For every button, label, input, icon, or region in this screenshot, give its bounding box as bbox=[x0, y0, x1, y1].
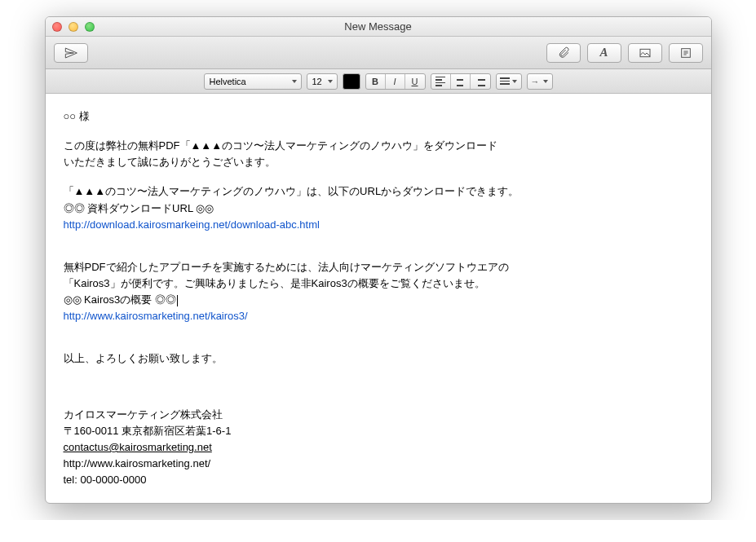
indent-select[interactable]: → bbox=[527, 73, 553, 90]
stationery-icon bbox=[679, 46, 692, 59]
send-button[interactable] bbox=[54, 43, 88, 63]
font-family-label: Helvetica bbox=[210, 77, 246, 86]
svg-rect-0 bbox=[640, 49, 650, 56]
align-center-button[interactable] bbox=[451, 74, 471, 89]
align-right-icon bbox=[475, 77, 485, 86]
product-link[interactable]: http://www.kairosmarketing.net/kairos3/ bbox=[64, 310, 248, 322]
minimize-button[interactable] bbox=[69, 22, 78, 32]
close-button[interactable] bbox=[52, 22, 62, 32]
align-left-button[interactable] bbox=[431, 74, 451, 89]
text-color-picker[interactable] bbox=[343, 73, 360, 90]
message-body[interactable]: ○○ 様 この度は弊社の無料PDF「▲▲▲のコツ〜法人マーケティングのノウハウ」… bbox=[46, 94, 711, 503]
signature-address: 〒160-0011 東京都新宿区若葉1-6-1 bbox=[64, 423, 693, 439]
align-center-icon bbox=[455, 77, 465, 86]
download-link[interactable]: http://download.kairosmarkeing.net/downl… bbox=[64, 218, 320, 231]
titlebar: New Message bbox=[46, 17, 711, 37]
format-bar: Helvetica 12 B I U → bbox=[46, 69, 711, 94]
align-left-icon bbox=[435, 77, 445, 86]
bold-button[interactable]: B bbox=[366, 74, 386, 89]
signature-url: http://www.kairosmarketing.net/ bbox=[64, 456, 693, 472]
underline-button[interactable]: U bbox=[405, 74, 425, 89]
list-style-select[interactable] bbox=[496, 73, 522, 90]
format-button[interactable]: A bbox=[587, 43, 621, 63]
italic-button[interactable]: I bbox=[386, 74, 405, 89]
body-text: いただきまして誠にありがとうございます。 bbox=[64, 154, 693, 170]
main-toolbar: A bbox=[46, 37, 711, 69]
traffic-lights bbox=[52, 22, 95, 32]
font-family-select[interactable]: Helvetica bbox=[204, 73, 302, 90]
body-text: 「Kairos3」が便利です。ご興味ありましたら、是非Kairos3の概要をご覧… bbox=[64, 275, 693, 292]
attach-button[interactable] bbox=[546, 43, 581, 63]
window-title: New Message bbox=[46, 20, 711, 33]
body-text: 無料PDFで紹介したアプローチを実施するためには、法人向けマーケティングソフトウ… bbox=[64, 259, 693, 275]
greeting-line: ○○ 様 bbox=[64, 108, 693, 125]
body-text: ◎◎ Kairos3の概要 ◎◎ bbox=[64, 293, 176, 306]
alignment-group bbox=[431, 73, 491, 90]
text-cursor bbox=[177, 295, 178, 306]
compose-window: New Message A bbox=[45, 16, 712, 504]
image-icon bbox=[639, 46, 652, 59]
arrow-right-icon: → bbox=[531, 77, 540, 86]
font-size-select[interactable]: 12 bbox=[307, 73, 338, 90]
paperclip-icon bbox=[557, 46, 570, 59]
body-text: この度は弊社の無料PDF「▲▲▲のコツ〜法人マーケティングのノウハウ」をダウンロ… bbox=[64, 138, 693, 154]
body-text: ◎◎ 資料ダウンロードURL ◎◎ bbox=[64, 200, 693, 217]
closing-line: 以上、よろしくお願い致します。 bbox=[64, 350, 693, 367]
align-right-button[interactable] bbox=[471, 74, 490, 89]
body-text: 「▲▲▲のコツ〜法人マーケティングのノウハウ」は、以下のURLからダウンロードで… bbox=[64, 183, 693, 200]
signature-company: カイロスマーケティング株式会社 bbox=[64, 407, 693, 423]
format-a-icon: A bbox=[599, 46, 608, 59]
show-stationery-button[interactable] bbox=[669, 43, 703, 63]
text-style-group: B I U bbox=[365, 73, 426, 90]
paper-plane-icon bbox=[64, 46, 77, 59]
photo-browser-button[interactable] bbox=[628, 43, 662, 63]
zoom-button[interactable] bbox=[85, 22, 95, 32]
signature-email: contactus@kairosmarketing.net bbox=[64, 439, 693, 456]
font-size-label: 12 bbox=[312, 77, 322, 86]
signature-tel: tel: 00-0000-0000 bbox=[64, 472, 693, 488]
list-icon bbox=[500, 77, 510, 85]
